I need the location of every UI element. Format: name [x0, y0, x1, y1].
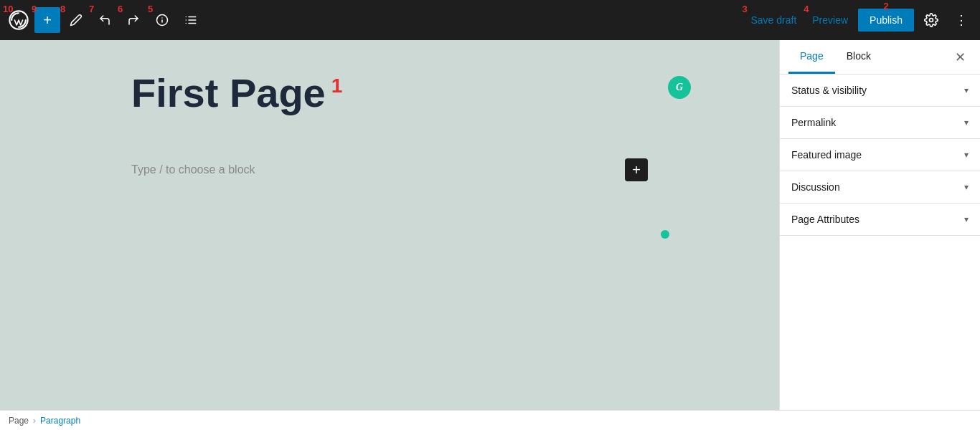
chevron-down-icon: ▾	[964, 214, 969, 224]
tab-page-label: Page	[800, 50, 824, 62]
publish-label: Publish	[870, 14, 903, 26]
editor-area[interactable]: First Page1 G Type / to choose a block +	[0, 40, 779, 410]
gear-icon	[924, 13, 938, 27]
save-draft-label: Save draft	[750, 14, 796, 26]
toolbar: 10 9 + 8 7	[0, 0, 980, 40]
title-annotation: 1	[331, 75, 343, 97]
chevron-down-icon: ▾	[964, 182, 969, 192]
title-block[interactable]: First Page1 G	[131, 69, 648, 138]
tab-block[interactable]: Block	[835, 40, 882, 74]
section-discussion: Discussion ▾	[780, 171, 980, 204]
editor-spacer	[131, 187, 648, 402]
plus-icon: +	[43, 12, 52, 29]
info-icon	[156, 14, 169, 27]
sidebar-header: Page Block ✕	[780, 40, 980, 75]
grammarly-letter: G	[676, 82, 683, 93]
anno-9: 9	[32, 4, 37, 14]
ellipsis-icon: ⋮	[955, 12, 969, 28]
save-draft-button[interactable]: 3 Save draft	[745, 10, 802, 30]
section-featured-image: Featured image ▾	[780, 139, 980, 171]
breadcrumb-separator: ›	[33, 416, 36, 426]
tab-block-label: Block	[847, 50, 871, 62]
pen-icon	[70, 14, 83, 27]
teal-dot	[661, 230, 669, 239]
page-title[interactable]: First Page1	[131, 69, 342, 117]
main-area: First Page1 G Type / to choose a block +	[0, 40, 980, 410]
close-icon: ✕	[955, 50, 966, 64]
status-bar: Page › Paragraph	[0, 410, 980, 430]
chevron-down-icon: ▾	[964, 118, 969, 128]
undo-icon	[98, 14, 111, 27]
section-status-visibility-header[interactable]: Status & visibility ▾	[780, 75, 980, 106]
section-discussion-header[interactable]: Discussion ▾	[780, 171, 980, 203]
breadcrumb-paragraph[interactable]: Paragraph	[40, 416, 80, 426]
plus-icon: +	[632, 162, 641, 178]
paragraph-block[interactable]: Type / to choose a block +	[131, 153, 648, 187]
publish-button[interactable]: 2 Publish	[858, 9, 914, 32]
add-block-toolbar-button[interactable]: 9 +	[34, 7, 60, 33]
list-icon	[184, 14, 197, 27]
preview-button[interactable]: 4 Preview	[806, 10, 854, 30]
anno-6: 6	[118, 4, 123, 14]
chevron-down-icon: ▾	[964, 85, 969, 95]
anno-3: 3	[742, 4, 747, 14]
section-permalink-header[interactable]: Permalink ▾	[780, 107, 980, 138]
toolbar-right: 3 Save draft 4 Preview 2 Publish ⋮	[745, 7, 974, 33]
list-view-button[interactable]	[178, 7, 204, 33]
info-button[interactable]: 5	[149, 7, 175, 33]
sidebar-tabs: Page Block	[788, 40, 949, 74]
anno-5: 5	[148, 4, 153, 14]
wp-logo-button[interactable]: 10	[6, 7, 32, 33]
anno-4: 4	[804, 4, 809, 14]
redo-icon	[127, 14, 140, 27]
editor-content: First Page1 G Type / to choose a block +	[131, 69, 648, 402]
sidebar: Page Block ✕ Status & visibility ▾ Perma…	[779, 40, 980, 410]
block-placeholder-text: Type / to choose a block	[131, 163, 255, 176]
chevron-down-icon: ▾	[964, 150, 969, 160]
section-featured-image-header[interactable]: Featured image ▾	[780, 139, 980, 171]
settings-button[interactable]	[918, 7, 944, 33]
anno-8: 8	[60, 4, 65, 14]
grammarly-icon[interactable]: G	[668, 76, 691, 99]
toolbar-left: 10 9 + 8 7	[6, 7, 742, 33]
section-permalink-label: Permalink	[791, 117, 836, 128]
section-status-visibility-label: Status & visibility	[791, 85, 867, 96]
sidebar-close-button[interactable]: ✕	[949, 47, 971, 68]
section-featured-image-label: Featured image	[791, 149, 862, 161]
section-page-attributes: Page Attributes ▾	[780, 204, 980, 236]
section-discussion-label: Discussion	[791, 181, 840, 193]
title-text: First Page	[131, 70, 326, 115]
svg-point-10	[930, 19, 933, 22]
preview-label: Preview	[812, 14, 848, 26]
anno-7: 7	[89, 4, 94, 14]
section-page-attributes-header[interactable]: Page Attributes ▾	[780, 204, 980, 235]
undo-button[interactable]: 7	[92, 7, 118, 33]
tab-page[interactable]: Page	[788, 40, 835, 74]
section-status-visibility: Status & visibility ▾	[780, 75, 980, 107]
anno-2: 2	[883, 1, 888, 11]
more-options-button[interactable]: ⋮	[948, 7, 974, 33]
add-block-button[interactable]: +	[625, 158, 648, 181]
section-page-attributes-label: Page Attributes	[791, 214, 859, 225]
edit-button[interactable]: 8	[63, 7, 89, 33]
breadcrumb-page: Page	[9, 416, 29, 426]
section-permalink: Permalink ▾	[780, 107, 980, 139]
redo-button[interactable]: 6	[121, 7, 146, 33]
